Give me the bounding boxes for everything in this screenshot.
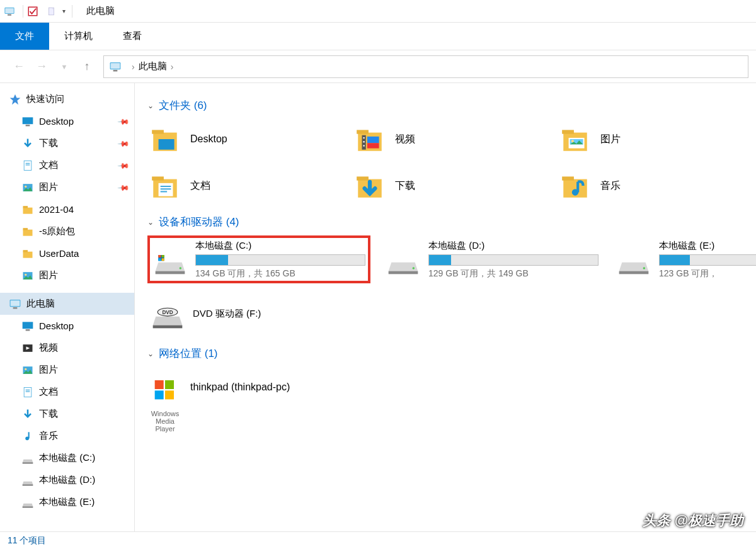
sidebar-pc-item[interactable]: 图片	[0, 359, 134, 381]
folder-item[interactable]: 下载	[352, 166, 544, 206]
qat-dropdown[interactable]: ▾	[62, 8, 66, 14]
section-network-header[interactable]: ⌄ 网络位置 (1)	[147, 346, 750, 361]
svg-rect-24	[11, 300, 20, 306]
folder-label: 视频	[395, 133, 415, 146]
sidebar-item-label: 本地磁盘 (C:)	[39, 452, 128, 464]
folder-item[interactable]: Desktop	[147, 119, 340, 159]
svg-rect-40	[159, 139, 175, 150]
folder-item[interactable]: 音乐	[558, 166, 750, 206]
folder-icon	[21, 247, 34, 260]
sidebar-pc-item[interactable]: 文档	[0, 381, 134, 403]
svg-rect-65	[156, 271, 185, 274]
sidebar-item-label: 文档	[39, 386, 128, 398]
svg-rect-83	[165, 390, 174, 399]
sidebar-quick-item[interactable]: 图片	[0, 264, 134, 286]
sidebar-item-label: 下载	[39, 137, 119, 149]
svg-point-75	[643, 267, 646, 269]
document-icon[interactable]	[47, 6, 56, 17]
sidebar-quick-item[interactable]: 下载📌	[0, 132, 134, 154]
sidebar-quick-item[interactable]: -s原始包	[0, 220, 134, 242]
svg-rect-80	[155, 380, 164, 389]
svg-rect-47	[367, 137, 379, 143]
svg-point-34	[25, 436, 29, 440]
section-folders-header[interactable]: ⌄ 文件夹 (6)	[147, 98, 750, 113]
pictures-icon	[21, 364, 34, 376]
sidebar-pc-item[interactable]: 本地磁盘 (E:)	[0, 491, 134, 513]
chevron-right-icon[interactable]: ›	[132, 62, 135, 72]
svg-rect-35	[23, 462, 33, 463]
titlebar-divider-2	[72, 5, 72, 18]
sidebar-pc-item[interactable]: 本地磁盘 (D:)	[0, 469, 134, 491]
nav-back-button[interactable]: ←	[8, 55, 30, 78]
desktop-icon	[21, 320, 34, 332]
sidebar-pc-item[interactable]: 音乐	[0, 425, 134, 447]
network-sub: Windows Media Player	[147, 410, 183, 433]
sidebar-quick-item[interactable]: UserData	[0, 242, 134, 264]
chevron-down-icon: ⌄	[147, 101, 154, 110]
svg-rect-70	[158, 258, 161, 261]
sidebar[interactable]: 快速访问 Desktop📌下载📌文档📌图片📌2021-04-s原始包UserDa…	[0, 83, 135, 531]
svg-rect-58	[161, 188, 171, 190]
sidebar-quick-item[interactable]: 图片📌	[0, 176, 134, 198]
tab-view[interactable]: 查看	[108, 23, 157, 50]
sidebar-pc-item[interactable]: 本地磁盘 (C:)	[0, 447, 134, 469]
content-area: 快速访问 Desktop📌下载📌文档📌图片📌2021-04-s原始包UserDa…	[0, 83, 756, 531]
svg-rect-6	[111, 63, 120, 69]
window-title: 此电脑	[86, 5, 115, 17]
sidebar-quick-item[interactable]: 2021-04	[0, 198, 134, 220]
sidebar-this-pc[interactable]: 此电脑	[0, 293, 134, 315]
drive-item[interactable]: 本地磁盘 (D:)129 GB 可用，共 149 GB	[383, 235, 601, 283]
folder-item[interactable]: 图片	[558, 119, 750, 159]
titlebar: ▾ 此电脑	[0, 0, 756, 23]
downloads-icon	[21, 408, 34, 421]
drive-item[interactable]: DVDDVD 驱动器 (F:)	[147, 290, 370, 337]
svg-rect-57	[161, 186, 171, 187]
sidebar-item-label: -s原始包	[39, 225, 128, 237]
network-item[interactable]: Windows Media Playerthinkpad (thinkpad-p…	[147, 367, 750, 407]
documents-icon	[21, 386, 34, 399]
svg-rect-2	[8, 14, 11, 15]
sidebar-item-label: 此电脑	[26, 298, 128, 310]
chevron-right-icon[interactable]: ›	[171, 62, 174, 72]
tab-file[interactable]: 文件	[0, 23, 49, 50]
sidebar-item-label: 本地磁盘 (E:)	[39, 496, 128, 508]
drive-item[interactable]: 本地磁盘 (E:)123 GB 可用，	[614, 235, 756, 283]
sidebar-quick-item[interactable]: 文档📌	[0, 154, 134, 176]
svg-rect-33	[26, 391, 30, 392]
tab-computer[interactable]: 计算机	[49, 23, 108, 50]
drive-free-text: 134 GB 可用，共 165 GB	[195, 268, 365, 280]
sidebar-item-label: 视频	[39, 342, 128, 354]
svg-rect-72	[389, 271, 418, 274]
sidebar-pc-item[interactable]: Desktop	[0, 315, 134, 337]
sidebar-quick-access[interactable]: 快速访问	[0, 88, 134, 110]
network-label: thinkpad (thinkpad-pc)	[190, 382, 290, 393]
checkbox-icon[interactable]	[27, 6, 38, 17]
folder-item[interactable]: 文档	[147, 166, 340, 206]
nav-forward-button[interactable]: →	[30, 55, 53, 78]
svg-point-30	[25, 368, 26, 370]
svg-point-22	[25, 273, 26, 275]
breadcrumb-root[interactable]: 此电脑	[139, 60, 167, 72]
sidebar-quick-item[interactable]: Desktop📌	[0, 110, 134, 132]
folder-item[interactable]: 视频	[352, 119, 544, 159]
desktop-icon	[147, 123, 183, 155]
sidebar-pc-item[interactable]: 视频	[0, 337, 134, 359]
svg-rect-39	[152, 130, 164, 133]
address-bar[interactable]: › 此电脑 ›	[103, 55, 748, 78]
sidebar-pc-item[interactable]: 下载	[0, 403, 134, 425]
drive-usage-bar	[428, 254, 598, 266]
computer-icon	[108, 60, 123, 73]
section-title: 文件夹 (6)	[159, 98, 207, 113]
music-icon	[558, 170, 593, 201]
section-drives-header[interactable]: ⌄ 设备和驱动器 (4)	[147, 215, 750, 229]
nav-up-button[interactable]: ↑	[76, 55, 98, 78]
sidebar-item-label: Desktop	[39, 116, 119, 127]
nav-recent-dropdown[interactable]: ▼	[53, 55, 76, 78]
svg-rect-55	[152, 176, 164, 180]
drive-item[interactable]: 本地磁盘 (C:)134 GB 可用，共 165 GB	[147, 235, 370, 283]
network-grid: Windows Media Playerthinkpad (thinkpad-p…	[147, 367, 750, 407]
dvd-drive-icon: DVD	[150, 296, 185, 331]
downloads-icon	[352, 170, 387, 201]
star-icon	[9, 93, 21, 106]
svg-rect-17	[23, 229, 33, 235]
